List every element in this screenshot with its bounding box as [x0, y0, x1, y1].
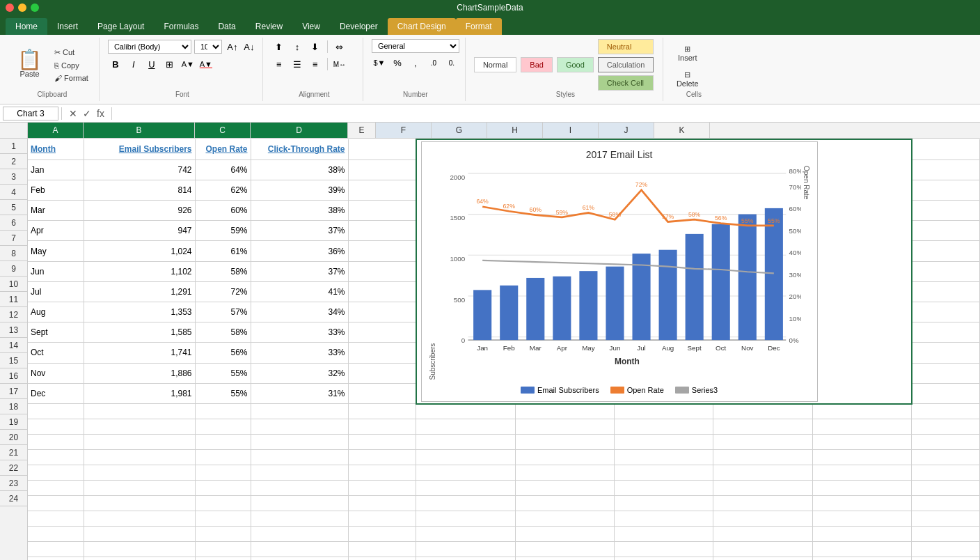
cell-d2[interactable]: 38%: [251, 160, 348, 180]
cell-k4[interactable]: [912, 201, 980, 221]
cell-e9[interactable]: [348, 302, 416, 322]
row-header-4[interactable]: 4: [0, 185, 27, 200]
cell-k14[interactable]: [912, 404, 980, 419]
cell-k13[interactable]: [912, 383, 980, 403]
cell-a23[interactable]: [28, 542, 84, 557]
tab-developer[interactable]: Developer: [330, 18, 388, 35]
cell-b3[interactable]: 814: [84, 180, 195, 200]
font-size-select[interactable]: 10: [194, 40, 222, 54]
row-header-23[interactable]: 23: [0, 476, 27, 491]
style-bad[interactable]: Bad: [521, 57, 553, 72]
cell-i14[interactable]: [713, 404, 812, 419]
cell-c9[interactable]: 57%: [195, 302, 251, 322]
cell-b2[interactable]: 742: [84, 160, 195, 180]
tab-chart-design[interactable]: Chart Design: [388, 18, 456, 35]
cell-b1[interactable]: Email Subscribers: [84, 139, 195, 160]
cell-a11[interactable]: Oct: [28, 343, 84, 363]
row-header-14[interactable]: 14: [0, 338, 27, 353]
row-header-8[interactable]: 8: [0, 246, 27, 261]
row-header-7[interactable]: 7: [0, 231, 27, 246]
row-header-3[interactable]: 3: [0, 169, 27, 185]
insert-function-button[interactable]: fx: [95, 108, 106, 119]
cell-e11[interactable]: [348, 343, 416, 363]
cell-c7[interactable]: 58%: [195, 261, 251, 281]
row-header-18[interactable]: 18: [0, 399, 27, 414]
row-header-24[interactable]: 24: [0, 491, 27, 506]
cell-g14[interactable]: [515, 404, 614, 419]
tab-formulas[interactable]: Formulas: [154, 18, 208, 35]
formula-input[interactable]: [115, 109, 977, 118]
cell-a10[interactable]: Sept: [28, 322, 84, 343]
row-header-16[interactable]: 16: [0, 368, 27, 384]
format-painter-button[interactable]: 🖌 Format: [49, 72, 93, 84]
cell-c3[interactable]: 62%: [195, 180, 251, 200]
cell-a13[interactable]: Dec: [28, 383, 84, 403]
increase-font-button[interactable]: A↑: [225, 39, 240, 54]
chart-container[interactable]: 2017 Email List Subscribers: [421, 141, 818, 402]
cell-e5[interactable]: [348, 221, 416, 241]
col-header-c[interactable]: C: [195, 123, 251, 138]
align-left-button[interactable]: ≡: [271, 56, 287, 72]
col-header-e[interactable]: E: [348, 123, 376, 138]
font-face-select[interactable]: Calibri (Body): [108, 40, 191, 54]
cell-a17[interactable]: [28, 450, 84, 465]
bold-button[interactable]: B: [108, 56, 123, 72]
cell-e3[interactable]: [348, 180, 416, 200]
row-header-11[interactable]: 11: [0, 292, 27, 307]
cell-a14[interactable]: [28, 404, 84, 419]
cell-d5[interactable]: 37%: [251, 221, 348, 241]
select-all-button[interactable]: [0, 123, 28, 138]
delete-cells-button[interactable]: ⊟ Delete: [672, 68, 704, 91]
cell-e13[interactable]: [348, 383, 416, 403]
cell-a22[interactable]: [28, 527, 84, 542]
cell-h14[interactable]: [614, 404, 713, 419]
row-header-6[interactable]: 6: [0, 215, 27, 231]
cell-a3[interactable]: Feb: [28, 180, 84, 200]
cell-e14[interactable]: [348, 404, 416, 419]
style-calc[interactable]: Calculation: [598, 57, 654, 72]
tab-insert[interactable]: Insert: [47, 18, 88, 35]
cell-a7[interactable]: Jun: [28, 261, 84, 281]
cell-c12[interactable]: 55%: [195, 363, 251, 383]
insert-cells-button[interactable]: ⊞ Insert: [672, 42, 704, 65]
cell-a20[interactable]: [28, 496, 84, 511]
decrease-decimal-button[interactable]: 0.: [444, 55, 459, 70]
cell-a6[interactable]: May: [28, 241, 84, 261]
cell-c5[interactable]: 59%: [195, 221, 251, 241]
row-header-17[interactable]: 17: [0, 384, 27, 399]
name-box[interactable]: [3, 107, 58, 120]
copy-button[interactable]: ⎘ Copy: [49, 60, 93, 71]
cell-k1[interactable]: [912, 139, 980, 160]
row-header-1[interactable]: 1: [0, 139, 27, 154]
cell-a15[interactable]: [28, 419, 84, 435]
cell-c2[interactable]: 64%: [195, 160, 251, 180]
percent-button[interactable]: %: [390, 55, 405, 70]
cell-a2[interactable]: Jan: [28, 160, 84, 180]
paste-button[interactable]: 📋 Paste: [11, 47, 48, 84]
cell-e10[interactable]: [348, 322, 416, 343]
tab-home[interactable]: Home: [6, 18, 47, 35]
cell-a12[interactable]: Nov: [28, 363, 84, 383]
cell-d13[interactable]: 31%: [251, 383, 348, 403]
cell-f14[interactable]: [416, 404, 515, 419]
row-header-9[interactable]: 9: [0, 261, 27, 277]
cell-k12[interactable]: [912, 363, 980, 383]
cell-d14[interactable]: [251, 404, 348, 419]
cell-c8[interactable]: 72%: [195, 281, 251, 302]
align-middle-button[interactable]: ↕: [290, 39, 305, 54]
row-header-12[interactable]: 12: [0, 307, 27, 322]
col-header-f[interactable]: F: [376, 123, 432, 138]
col-header-b[interactable]: B: [84, 123, 195, 138]
font-color-button[interactable]: A▼: [198, 56, 214, 72]
col-header-g[interactable]: G: [432, 123, 487, 138]
minimize-button[interactable]: [18, 3, 26, 12]
col-header-i[interactable]: I: [543, 123, 599, 138]
row-header-2[interactable]: 2: [0, 154, 27, 169]
confirm-formula-button[interactable]: ✓: [81, 108, 93, 119]
underline-button[interactable]: U: [144, 56, 159, 72]
cell-c1[interactable]: Open Rate: [195, 139, 251, 160]
align-right-button[interactable]: ≡: [308, 56, 323, 72]
cell-d11[interactable]: 33%: [251, 343, 348, 363]
cell-k6[interactable]: [912, 241, 980, 261]
cell-d6[interactable]: 36%: [251, 241, 348, 261]
